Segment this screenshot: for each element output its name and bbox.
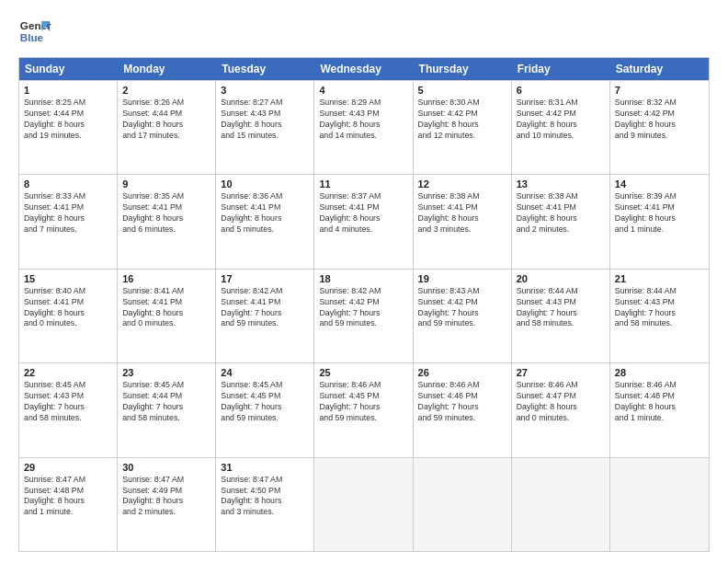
day-number: 13 <box>517 178 605 190</box>
day-cell-28: 28Sunrise: 8:46 AMSunset: 4:48 PMDayligh… <box>610 363 709 456</box>
empty-cell <box>414 458 512 551</box>
day-header-thursday: Thursday <box>414 58 512 80</box>
day-cell-21: 21Sunrise: 8:44 AMSunset: 4:43 PMDayligh… <box>610 270 709 362</box>
day-info: Sunrise: 8:39 AMSunset: 4:41 PMDaylight:… <box>615 191 704 236</box>
day-cell-1: 1Sunrise: 8:25 AMSunset: 4:44 PMDaylight… <box>19 81 118 174</box>
day-cell-12: 12Sunrise: 8:38 AMSunset: 4:41 PMDayligh… <box>414 175 512 268</box>
day-header-wednesday: Wednesday <box>314 58 413 80</box>
calendar: SundayMondayTuesdayWednesdayThursdayFrid… <box>18 57 710 552</box>
day-number: 28 <box>615 367 704 378</box>
day-number: 22 <box>24 367 112 378</box>
day-cell-27: 27Sunrise: 8:46 AMSunset: 4:47 PMDayligh… <box>512 363 610 456</box>
day-number: 14 <box>615 178 704 190</box>
day-info: Sunrise: 8:47 AMSunset: 4:48 PMDaylight:… <box>24 475 112 519</box>
day-cell-15: 15Sunrise: 8:40 AMSunset: 4:41 PMDayligh… <box>19 270 118 362</box>
day-info: Sunrise: 8:25 AMSunset: 4:44 PMDaylight:… <box>24 98 112 142</box>
day-cell-11: 11Sunrise: 8:37 AMSunset: 4:41 PMDayligh… <box>314 175 413 268</box>
day-info: Sunrise: 8:35 AMSunset: 4:41 PMDaylight:… <box>122 191 210 236</box>
day-number: 18 <box>319 273 407 284</box>
day-number: 31 <box>221 462 309 473</box>
day-number: 5 <box>418 85 506 96</box>
day-cell-16: 16Sunrise: 8:41 AMSunset: 4:41 PMDayligh… <box>118 270 216 362</box>
day-header-saturday: Saturday <box>610 58 709 80</box>
day-cell-3: 3Sunrise: 8:27 AMSunset: 4:43 PMDaylight… <box>216 81 314 174</box>
day-cell-30: 30Sunrise: 8:47 AMSunset: 4:49 PMDayligh… <box>118 458 216 551</box>
day-cell-14: 14Sunrise: 8:39 AMSunset: 4:41 PMDayligh… <box>610 175 709 268</box>
day-cell-20: 20Sunrise: 8:44 AMSunset: 4:43 PMDayligh… <box>512 270 610 362</box>
day-number: 20 <box>517 273 605 284</box>
day-info: Sunrise: 8:36 AMSunset: 4:41 PMDaylight:… <box>221 191 309 236</box>
day-number: 16 <box>122 273 210 284</box>
day-info: Sunrise: 8:44 AMSunset: 4:43 PMDaylight:… <box>615 286 704 330</box>
day-number: 21 <box>615 273 704 284</box>
calendar-body: 1Sunrise: 8:25 AMSunset: 4:44 PMDaylight… <box>19 80 709 551</box>
day-number: 7 <box>615 85 704 96</box>
page: General Blue SundayMondayTuesdayWednesda… <box>0 0 728 563</box>
day-header-monday: Monday <box>118 58 216 80</box>
day-info: Sunrise: 8:41 AMSunset: 4:41 PMDaylight:… <box>122 286 210 330</box>
day-cell-31: 31Sunrise: 8:47 AMSunset: 4:50 PMDayligh… <box>216 458 314 551</box>
header: General Blue <box>18 15 710 48</box>
day-cell-19: 19Sunrise: 8:43 AMSunset: 4:42 PMDayligh… <box>414 270 512 362</box>
day-info: Sunrise: 8:29 AMSunset: 4:43 PMDaylight:… <box>319 98 407 142</box>
day-number: 9 <box>122 178 210 190</box>
day-number: 11 <box>319 178 407 190</box>
day-info: Sunrise: 8:38 AMSunset: 4:41 PMDaylight:… <box>418 191 506 236</box>
day-cell-7: 7Sunrise: 8:32 AMSunset: 4:42 PMDaylight… <box>610 81 709 174</box>
day-number: 8 <box>24 178 112 190</box>
day-info: Sunrise: 8:46 AMSunset: 4:47 PMDaylight:… <box>517 380 605 424</box>
day-number: 25 <box>319 367 407 378</box>
day-info: Sunrise: 8:38 AMSunset: 4:41 PMDaylight:… <box>517 191 605 236</box>
day-number: 30 <box>122 462 210 473</box>
week-row-5: 29Sunrise: 8:47 AMSunset: 4:48 PMDayligh… <box>19 457 709 551</box>
day-cell-8: 8Sunrise: 8:33 AMSunset: 4:41 PMDaylight… <box>19 175 118 268</box>
day-header-tuesday: Tuesday <box>216 58 314 80</box>
day-info: Sunrise: 8:32 AMSunset: 4:42 PMDaylight:… <box>615 98 704 142</box>
week-row-3: 15Sunrise: 8:40 AMSunset: 4:41 PMDayligh… <box>19 269 709 362</box>
day-number: 15 <box>24 273 112 284</box>
day-cell-26: 26Sunrise: 8:46 AMSunset: 4:46 PMDayligh… <box>414 363 512 456</box>
day-header-friday: Friday <box>512 58 610 80</box>
day-cell-4: 4Sunrise: 8:29 AMSunset: 4:43 PMDaylight… <box>314 81 413 174</box>
week-row-2: 8Sunrise: 8:33 AMSunset: 4:41 PMDaylight… <box>19 174 709 268</box>
day-number: 2 <box>122 85 210 96</box>
day-number: 12 <box>418 178 506 190</box>
day-cell-6: 6Sunrise: 8:31 AMSunset: 4:42 PMDaylight… <box>512 81 610 174</box>
day-cell-2: 2Sunrise: 8:26 AMSunset: 4:44 PMDaylight… <box>118 81 216 174</box>
day-info: Sunrise: 8:30 AMSunset: 4:42 PMDaylight:… <box>418 98 506 142</box>
week-row-1: 1Sunrise: 8:25 AMSunset: 4:44 PMDaylight… <box>19 80 709 174</box>
day-cell-17: 17Sunrise: 8:42 AMSunset: 4:41 PMDayligh… <box>216 270 314 362</box>
day-info: Sunrise: 8:27 AMSunset: 4:43 PMDaylight:… <box>221 98 309 142</box>
day-cell-23: 23Sunrise: 8:45 AMSunset: 4:44 PMDayligh… <box>118 363 216 456</box>
day-number: 24 <box>221 367 309 378</box>
day-number: 3 <box>221 85 309 96</box>
day-info: Sunrise: 8:43 AMSunset: 4:42 PMDaylight:… <box>418 286 506 330</box>
day-info: Sunrise: 8:42 AMSunset: 4:42 PMDaylight:… <box>319 286 407 330</box>
week-row-4: 22Sunrise: 8:45 AMSunset: 4:43 PMDayligh… <box>19 362 709 456</box>
day-header-sunday: Sunday <box>19 58 118 80</box>
day-number: 29 <box>24 462 112 473</box>
empty-cell <box>314 458 413 551</box>
day-info: Sunrise: 8:26 AMSunset: 4:44 PMDaylight:… <box>122 98 210 142</box>
day-number: 27 <box>517 367 605 378</box>
day-cell-24: 24Sunrise: 8:45 AMSunset: 4:45 PMDayligh… <box>216 363 314 456</box>
day-info: Sunrise: 8:40 AMSunset: 4:41 PMDaylight:… <box>24 286 112 330</box>
day-cell-5: 5Sunrise: 8:30 AMSunset: 4:42 PMDaylight… <box>414 81 512 174</box>
day-info: Sunrise: 8:31 AMSunset: 4:42 PMDaylight:… <box>517 98 605 142</box>
day-info: Sunrise: 8:44 AMSunset: 4:43 PMDaylight:… <box>517 286 605 330</box>
empty-cell <box>610 458 709 551</box>
day-info: Sunrise: 8:45 AMSunset: 4:43 PMDaylight:… <box>24 380 112 424</box>
day-cell-18: 18Sunrise: 8:42 AMSunset: 4:42 PMDayligh… <box>314 270 413 362</box>
day-info: Sunrise: 8:42 AMSunset: 4:41 PMDaylight:… <box>221 286 309 330</box>
day-number: 10 <box>221 178 309 190</box>
day-number: 26 <box>418 367 506 378</box>
day-number: 17 <box>221 273 309 284</box>
svg-text:Blue: Blue <box>20 31 44 43</box>
day-number: 4 <box>319 85 407 96</box>
day-cell-13: 13Sunrise: 8:38 AMSunset: 4:41 PMDayligh… <box>512 175 610 268</box>
calendar-header: SundayMondayTuesdayWednesdayThursdayFrid… <box>19 58 709 80</box>
day-info: Sunrise: 8:37 AMSunset: 4:41 PMDaylight:… <box>319 191 407 236</box>
day-info: Sunrise: 8:47 AMSunset: 4:50 PMDaylight:… <box>221 475 309 519</box>
day-info: Sunrise: 8:45 AMSunset: 4:45 PMDaylight:… <box>221 380 309 424</box>
day-cell-9: 9Sunrise: 8:35 AMSunset: 4:41 PMDaylight… <box>118 175 216 268</box>
